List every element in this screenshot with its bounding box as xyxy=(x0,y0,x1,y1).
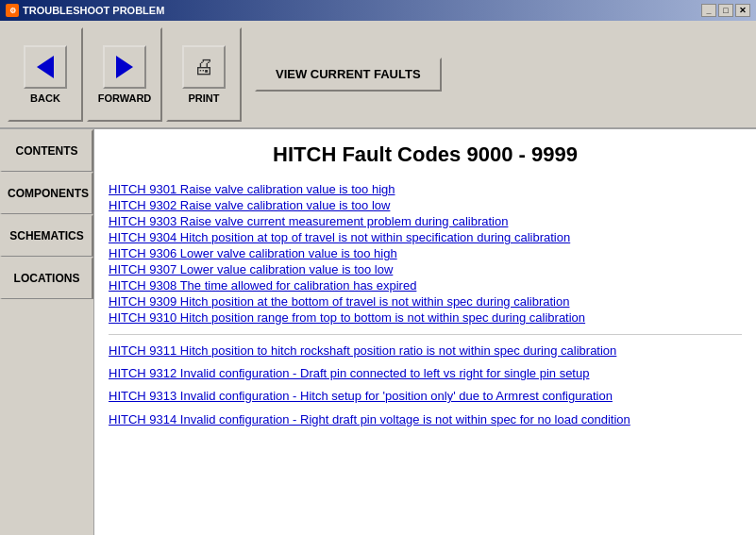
minimize-button[interactable]: _ xyxy=(701,4,716,17)
back-icon-container xyxy=(24,45,67,89)
content-area[interactable]: HITCH Fault Codes 9000 - 9999 HITCH 9301… xyxy=(94,129,756,535)
forward-button[interactable]: FORWARD xyxy=(87,27,162,122)
fault-9312[interactable]: HITCH 9312 Invalid configuration - Draft… xyxy=(109,365,742,382)
fault-9304[interactable]: HITCH 9304 Hitch position at top of trav… xyxy=(109,230,742,244)
toolbar: BACK FORWARD 🖨 PRINT VIEW CURRENT FAULTS xyxy=(0,21,756,129)
back-label: BACK xyxy=(30,92,60,104)
fault-9307[interactable]: HITCH 9307 Lower value calibration value… xyxy=(109,262,742,276)
fault-9301[interactable]: HITCH 9301 Raise valve calibration value… xyxy=(109,182,742,196)
close-button[interactable]: ✕ xyxy=(735,4,750,17)
fault-9303[interactable]: HITCH 9303 Raise valve current measureme… xyxy=(109,214,742,228)
print-label: PRINT xyxy=(189,92,220,104)
content-title: HITCH Fault Codes 9000 - 9999 xyxy=(109,142,742,167)
fault-9310[interactable]: HITCH 9310 Hitch position range from top… xyxy=(109,310,742,325)
fault-group-2: HITCH 9311 Hitch position to hitch rocks… xyxy=(109,343,742,428)
fault-9314[interactable]: HITCH 9314 Invalid configuration - Right… xyxy=(109,411,742,428)
fault-9302[interactable]: HITCH 9302 Raise valve calibration value… xyxy=(109,198,742,212)
sidebar-item-locations[interactable]: LOCATIONS xyxy=(0,257,93,299)
title-text: TROUBLESHOOT PROBLEM xyxy=(23,5,164,16)
sidebar: CONTENTS COMPONENTS SCHEMATICS LOCATIONS xyxy=(0,129,94,535)
print-icon: 🖨 xyxy=(193,55,214,79)
main-area: CONTENTS COMPONENTS SCHEMATICS LOCATIONS… xyxy=(0,129,756,535)
fault-9311[interactable]: HITCH 9311 Hitch position to hitch rocks… xyxy=(109,343,742,359)
view-faults-button[interactable]: VIEW CURRENT FAULTS xyxy=(255,58,442,92)
sidebar-locations-label: LOCATIONS xyxy=(14,272,80,285)
print-button[interactable]: 🖨 PRINT xyxy=(166,27,242,122)
sidebar-contents-label: CONTENTS xyxy=(16,144,78,158)
app-icon: ⚙ xyxy=(6,4,19,17)
sidebar-item-schematics[interactable]: SCHEMATICS xyxy=(0,214,93,257)
back-arrow-icon xyxy=(37,56,54,78)
title-bar: ⚙ TROUBLESHOOT PROBLEM _ □ ✕ xyxy=(0,0,756,21)
forward-icon-container xyxy=(103,45,146,89)
fault-9309[interactable]: HITCH 9309 Hitch position at the bottom … xyxy=(109,294,742,309)
fault-group-1: HITCH 9301 Raise valve calibration value… xyxy=(109,182,742,325)
sidebar-item-components[interactable]: COMPONENTS xyxy=(0,172,93,214)
sidebar-components-label: COMPONENTS xyxy=(8,187,89,200)
fault-9313[interactable]: HITCH 9313 Invalid configuration - Hitch… xyxy=(109,388,742,405)
maximize-button[interactable]: □ xyxy=(718,4,733,17)
title-bar-left: ⚙ TROUBLESHOOT PROBLEM xyxy=(6,4,164,17)
divider xyxy=(109,334,742,335)
forward-label: FORWARD xyxy=(98,92,152,104)
fault-9308[interactable]: HITCH 9308 The time allowed for calibrat… xyxy=(109,278,742,293)
fault-9306[interactable]: HITCH 9306 Lower valve calibration value… xyxy=(109,246,742,260)
print-icon-container: 🖨 xyxy=(182,45,226,89)
sidebar-item-contents[interactable]: CONTENTS xyxy=(0,129,93,172)
sidebar-schematics-label: SCHEMATICS xyxy=(9,229,83,242)
view-faults-label: VIEW CURRENT FAULTS xyxy=(276,67,421,81)
title-controls[interactable]: _ □ ✕ xyxy=(701,4,750,17)
back-button[interactable]: BACK xyxy=(8,27,83,122)
forward-arrow-icon xyxy=(116,56,133,78)
